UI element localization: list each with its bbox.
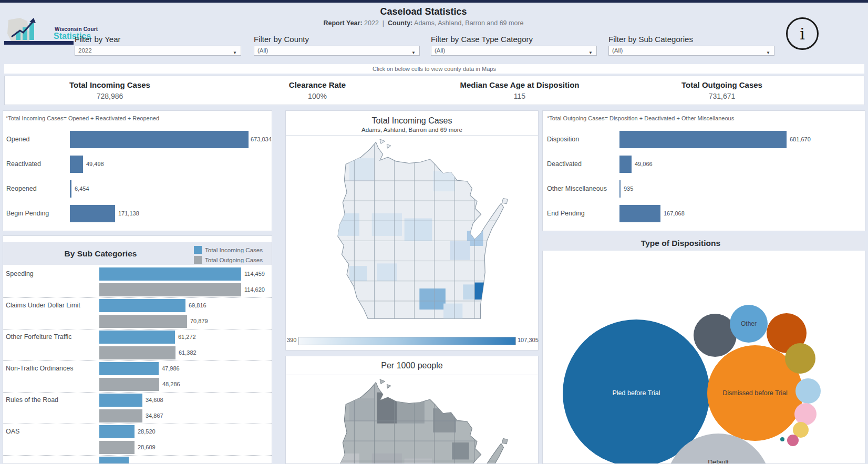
bar-label: End Pending (547, 205, 585, 222)
sub-categories-panel: By Sub Categories Total Incoming Cases T… (3, 235, 272, 464)
kpi-clearance-rate[interactable]: Clearance Rate 100% (215, 76, 420, 105)
subcat-bar-incoming[interactable] (99, 331, 175, 344)
bar-reactivated[interactable] (70, 156, 83, 173)
per1000-map-panel: Per 1000 people (285, 356, 539, 464)
subcat-label: OAS (6, 425, 19, 438)
bubble-unlabeled-lightblue[interactable] (795, 378, 821, 404)
chevron-down-icon: ▼ (588, 48, 593, 57)
subcat-value-outgoing: 114,620 (244, 283, 265, 296)
chevron-down-icon: ▼ (411, 48, 416, 57)
filter-county-dropdown[interactable]: (All) ▼ (254, 46, 420, 56)
kpi-band: Total Incoming Cases 728,986 Clearance R… (4, 76, 864, 105)
bubble-other[interactable]: Other (730, 305, 768, 343)
bubble-label: Other (741, 320, 757, 327)
subcat-bar-outgoing[interactable] (99, 378, 159, 391)
incoming-breakdown-panel: *Total Incoming Cases= Opened + Reactiva… (3, 110, 272, 231)
wisconsin-incoming-map[interactable] (302, 138, 522, 332)
subcat-value-outgoing: 70,879 (190, 315, 208, 328)
subtitle-separator: | (383, 19, 384, 27)
bar-reopened[interactable] (70, 180, 71, 198)
bubble-unlabeled-pink[interactable] (794, 403, 817, 425)
bubble-label: Dismissed before Trial (722, 389, 788, 397)
kpi-total-outgoing[interactable]: Total Outgoing Cases 731,671 (619, 76, 824, 105)
bar-opened[interactable] (70, 131, 249, 148)
scale-max-label: 107,305 (518, 336, 539, 344)
bubble-label: Pled before Trial (612, 389, 660, 397)
bar-label: Opened (6, 131, 29, 148)
bubble-unlabeled-teal[interactable] (780, 437, 784, 441)
kpi-label: Median Case Age at Disposition (420, 80, 619, 89)
subcat-value-incoming: 114,459 (244, 267, 265, 281)
bar-value: 681,670 (790, 131, 811, 148)
filter-casetype-dropdown[interactable]: (All) ▼ (431, 46, 597, 56)
bar-label: Begin Pending (6, 205, 49, 222)
bar-value: 49,498 (86, 156, 104, 173)
subcat-value-incoming: 34,608 (146, 394, 163, 407)
info-icon: i (800, 25, 805, 43)
subcat-value-incoming: 28,520 (138, 425, 156, 438)
incoming-map-title: Total Incoming Cases (286, 116, 538, 126)
bar-label: Disposition (547, 131, 579, 148)
legend-label-outgoing: Total Outgoing Cases (205, 257, 263, 263)
subcat-value-outgoing: 61,382 (179, 346, 197, 359)
row-divider (3, 424, 272, 424)
bubble-unlabeled-magenta[interactable] (787, 435, 799, 446)
subcat-bar-incoming[interactable] (99, 267, 241, 281)
bar-value: 6,454 (75, 180, 89, 198)
subcat-bar-outgoing[interactable] (99, 441, 135, 454)
subcat-bar-incoming[interactable] (99, 425, 135, 438)
top-accent-strip (0, 0, 868, 3)
subcat-bar-outgoing[interactable] (99, 409, 142, 422)
subcat-value-outgoing: 28,609 (138, 441, 156, 454)
bar-label: Other Miscellaneous (547, 180, 607, 198)
filter-casetype-value: (All) (435, 47, 445, 54)
scale-min-label: 390 (287, 336, 296, 344)
dispositions-title: Type of Dispositions (542, 235, 865, 251)
bar-disposition[interactable] (619, 131, 787, 148)
subcat-label: Other Forfeiture Traffic (6, 331, 72, 344)
subcat-label: Claims Under Dollar Limit (6, 299, 80, 312)
incoming-map-panel: Total Incoming Cases Adams, Ashland, Bar… (285, 110, 539, 350)
bar-begin-pending[interactable] (70, 205, 115, 222)
subcat-value-outgoing: 34,867 (146, 409, 163, 422)
subcat-bar-outgoing[interactable] (99, 283, 241, 296)
subcat-bar-incoming[interactable] (99, 394, 142, 407)
subcat-value-incoming: 47,986 (162, 362, 180, 375)
chevron-down-icon: ▼ (766, 48, 770, 57)
kpi-median-age[interactable]: Median Case Age at Disposition 115 (420, 76, 619, 105)
bar-end-pending[interactable] (619, 205, 660, 222)
legend-label-incoming: Total Incoming Cases (205, 247, 263, 253)
county-value: Adams, Ashland, Barron and 69 more (414, 19, 523, 27)
kpi-total-incoming[interactable]: Total Incoming Cases 728,986 (5, 76, 215, 105)
legend-swatch-outgoing[interactable] (194, 256, 202, 264)
bar-deactivated[interactable] (619, 156, 632, 173)
filter-county-value: (All) (257, 47, 268, 54)
bar-value: 673,034 (251, 131, 272, 148)
subcat-bar-incoming-partial[interactable] (99, 457, 129, 464)
bubble-label: Default (708, 459, 729, 464)
kpi-label: Total Incoming Cases (5, 80, 215, 89)
info-button[interactable]: i (786, 17, 819, 50)
color-scale-ramp (298, 337, 516, 345)
bar-value: 171,138 (118, 205, 139, 222)
filter-casetype-label: Filter by Case Type Category (431, 35, 533, 44)
subcat-bar-outgoing[interactable] (99, 346, 175, 359)
filter-year-dropdown[interactable]: 2022 ▼ (75, 46, 241, 56)
bubble-unlabeled-olive[interactable] (785, 343, 815, 374)
sub-categories-title: By Sub Categories (3, 249, 198, 259)
row-divider (3, 297, 272, 298)
logo-underline (4, 41, 74, 45)
subcat-bar-outgoing[interactable] (99, 315, 187, 328)
dispositions-header: Type of Dispositions (542, 235, 865, 251)
bubble-pled-before-trial[interactable]: Pled before Trial (563, 319, 710, 464)
wisconsin-per1000-map[interactable] (302, 378, 522, 464)
filter-year-label: Filter by Year (75, 35, 121, 44)
legend-swatch-incoming[interactable] (194, 246, 202, 254)
bar-other-miscellaneous[interactable] (619, 180, 621, 198)
kpi-label: Clearance Rate (215, 80, 420, 89)
subcat-bar-incoming[interactable] (99, 299, 185, 312)
subcat-bar-incoming[interactable] (99, 362, 159, 375)
kpi-value: 728,986 (5, 92, 215, 100)
subcat-value-incoming: 69,816 (189, 299, 206, 312)
filter-subcat-dropdown[interactable]: (All) ▼ (608, 46, 774, 56)
